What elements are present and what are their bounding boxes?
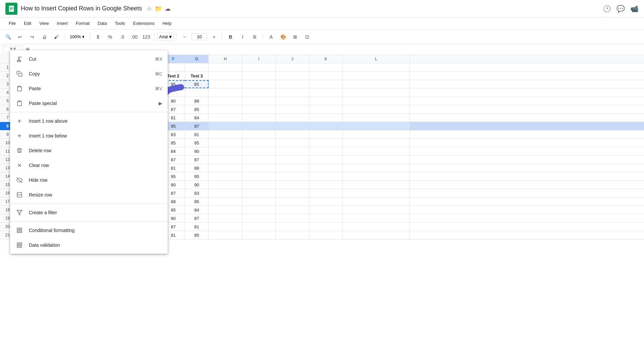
cell-G8[interactable]: 87 [185,122,209,130]
cell-I1[interactable] [242,63,276,71]
cell-H18[interactable] [209,206,242,214]
cell-I19[interactable] [242,214,276,222]
menu-help[interactable]: Help [159,19,175,27]
cell-G21[interactable]: 85 [185,231,209,239]
cell-J15[interactable] [276,181,309,189]
cell-I15[interactable] [242,181,276,189]
print-button[interactable]: 🖨 [39,32,50,42]
cell-H1[interactable] [209,63,242,71]
cell-K3[interactable] [309,80,343,88]
cell-H21[interactable] [209,231,242,239]
cell-J11[interactable] [276,147,309,155]
cell-H5[interactable] [209,97,242,105]
cell-K14[interactable] [309,172,343,180]
cell-H8[interactable] [209,122,242,130]
cell-J18[interactable] [276,206,309,214]
cell-I10[interactable] [242,139,276,147]
cell-L9[interactable] [343,130,410,138]
cell-I7[interactable] [242,114,276,122]
cell-I12[interactable] [242,156,276,164]
cell-I5[interactable] [242,97,276,105]
cell-L4[interactable] [343,89,410,97]
menu-edit[interactable]: Edit [20,19,35,27]
cell-L17[interactable] [343,197,410,206]
menu-view[interactable]: View [36,19,52,27]
menu-item-conditional-formatting[interactable]: Conditional formatting [10,223,168,238]
cell-I18[interactable] [242,206,276,214]
cell-L21[interactable] [343,231,410,239]
cell-J21[interactable] [276,231,309,239]
cell-G3[interactable]: 85 [185,80,209,88]
paint-format-button[interactable]: 🖌 [51,32,62,42]
cell-G13[interactable]: 88 [185,164,209,172]
cell-H17[interactable] [209,197,242,206]
percent-button[interactable]: % [105,32,115,42]
decrease-decimal-button[interactable]: .0 [117,32,127,42]
cell-L13[interactable] [343,164,410,172]
cell-I6[interactable] [242,105,276,113]
italic-button[interactable]: I [237,32,248,42]
cell-G5[interactable]: 88 [185,97,209,105]
cell-K15[interactable] [309,181,343,189]
font-size-box[interactable]: 10 [191,33,207,40]
menu-insert[interactable]: Insert [53,19,71,27]
cell-J12[interactable] [276,156,309,164]
col-header-k[interactable]: K [309,55,343,63]
cell-H2[interactable] [209,72,242,80]
cell-G6[interactable]: 85 [185,105,209,113]
cell-L8[interactable] [343,122,410,130]
cell-J3[interactable] [276,80,309,88]
menu-item-cut[interactable]: Cut⌘X [10,52,168,66]
menu-item-create-filter[interactable]: Create a filter [10,205,168,220]
redo-button[interactable]: ↪ [27,32,38,42]
borders-button[interactable]: ⊞ [290,32,301,42]
cell-J5[interactable] [276,97,309,105]
cell-K16[interactable] [309,189,343,197]
cell-L20[interactable] [343,223,410,231]
col-header-l[interactable]: L [343,55,410,63]
cell-L11[interactable] [343,147,410,155]
search-button[interactable]: 🔍 [3,32,13,42]
cell-I8[interactable] [242,122,276,130]
cell-J14[interactable] [276,172,309,180]
cell-L10[interactable] [343,139,410,147]
text-color-button[interactable]: A [266,32,276,42]
history-icon[interactable]: 🕐 [603,5,611,13]
cell-K12[interactable] [309,156,343,164]
cell-I11[interactable] [242,147,276,155]
col-header-g[interactable]: G [185,55,209,63]
increase-font-button[interactable]: + [209,32,219,42]
cell-J8[interactable] [276,122,309,130]
cell-I21[interactable] [242,231,276,239]
cell-L15[interactable] [343,181,410,189]
meet-icon[interactable]: 📹 [630,5,639,13]
cell-K19[interactable] [309,214,343,222]
col-header-h[interactable]: H [209,55,242,63]
cell-K1[interactable] [309,63,343,71]
cell-G17[interactable]: 85 [185,197,209,206]
menu-item-insert-row-above[interactable]: Insert 1 row above [10,114,168,128]
cell-J19[interactable] [276,214,309,222]
cell-J20[interactable] [276,223,309,231]
cell-L16[interactable] [343,189,410,197]
cell-G15[interactable]: 90 [185,181,209,189]
cell-J10[interactable] [276,139,309,147]
cell-K21[interactable] [309,231,343,239]
cell-G20[interactable]: 81 [185,223,209,231]
cell-I2[interactable] [242,72,276,80]
star-icon[interactable]: ☆ [147,5,152,12]
menu-format[interactable]: Format [72,19,93,27]
cell-G14[interactable]: 95 [185,172,209,180]
cell-H14[interactable] [209,172,242,180]
cell-G18[interactable]: 84 [185,206,209,214]
cell-I4[interactable] [242,89,276,97]
decrease-font-button[interactable]: − [179,32,190,42]
cell-J2[interactable] [276,72,309,80]
menu-item-resize-row[interactable]: Resize row [10,187,168,202]
cell-H12[interactable] [209,156,242,164]
cell-L7[interactable] [343,114,410,122]
cell-L12[interactable] [343,156,410,164]
cell-G19[interactable]: 87 [185,214,209,222]
cell-I20[interactable] [242,223,276,231]
menu-tools[interactable]: Tools [111,19,128,27]
